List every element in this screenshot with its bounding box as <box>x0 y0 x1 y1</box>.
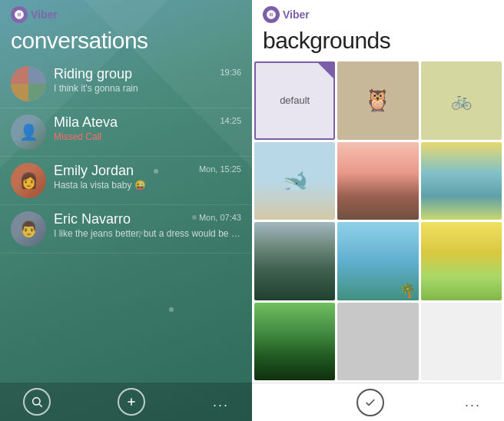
backgrounds-title: backgrounds <box>252 26 504 61</box>
background-item-pink-sunset[interactable] <box>337 142 418 220</box>
left-bottom-bar: ... <box>0 383 252 421</box>
right-header: Viber <box>252 0 504 26</box>
backgrounds-panel: Viber backgrounds default 🦉 🚲 🐋 <box>252 0 504 421</box>
conversations-title: conversations <box>0 26 252 60</box>
background-item-empty <box>421 303 502 381</box>
conversation-time: 14:25 <box>220 116 241 125</box>
conversations-list: Riding group I think it's gonna rain 19:… <box>0 60 252 383</box>
background-item-tropical[interactable]: 🌴 <box>337 222 418 300</box>
conversation-item[interactable]: 👤 Mila Ateva Missed Call 14:25 <box>0 108 252 157</box>
viber-logo: Viber <box>263 6 310 23</box>
background-item-default[interactable]: default <box>254 61 335 140</box>
sparkle-decoration <box>169 307 174 312</box>
conversation-time: Mon, 07:43 <box>199 213 241 222</box>
conversation-item[interactable]: 👨 Eric Navarro I like the jeans better, … <box>0 205 252 254</box>
backgrounds-grid: default 🦉 🚲 🐋 🌴 <box>252 61 504 383</box>
conversation-item[interactable]: Riding group I think it's gonna rain 19:… <box>0 60 252 108</box>
conversation-name: Mila Ateva <box>54 114 241 131</box>
conversation-name: Riding group <box>54 66 241 82</box>
conversation-item[interactable]: 👩 Emily Jordan Hasta la vista baby 😜 Mon… <box>0 157 252 205</box>
background-item-yellow[interactable] <box>421 222 502 300</box>
background-item-mountains[interactable] <box>254 222 335 300</box>
group-avatar <box>11 66 46 101</box>
conversations-panel: Viber conversations Riding group I think… <box>0 0 252 421</box>
conversation-time: 19:36 <box>220 68 241 77</box>
palm-icon: 🌴 <box>399 282 416 299</box>
avatar-face: 👨 <box>11 211 46 247</box>
background-item-seascape[interactable] <box>421 142 502 220</box>
bicycle-icon: 🚲 <box>451 91 472 111</box>
more-button[interactable]: ... <box>465 394 481 410</box>
background-item-gray[interactable] <box>337 303 418 381</box>
conversation-time: Mon, 15:25 <box>199 164 241 174</box>
viber-icon <box>263 6 280 23</box>
viber-label: Viber <box>31 8 58 21</box>
avatar-face: 👤 <box>11 114 46 150</box>
background-item-owl[interactable]: 🦉 <box>337 61 418 140</box>
background-item-whale[interactable]: 🐋 <box>254 142 335 220</box>
viber-logo: Viber <box>11 6 58 23</box>
search-button[interactable] <box>23 388 51 416</box>
svg-line-1 <box>39 404 42 407</box>
add-button[interactable] <box>118 388 145 416</box>
conversation-content: Riding group I think it's gonna rain <box>54 66 241 94</box>
background-item-green[interactable] <box>254 303 335 381</box>
viber-label: Viber <box>283 8 310 21</box>
background-item-bicycle[interactable]: 🚲 <box>421 61 502 140</box>
svg-point-0 <box>33 398 40 405</box>
right-bottom-bar: ... <box>252 383 504 421</box>
person-avatar: 👤 <box>11 114 46 150</box>
owl-icon: 🦉 <box>364 88 391 113</box>
avatar-face: 👩 <box>11 163 46 198</box>
more-button[interactable]: ... <box>213 394 229 410</box>
conversation-message: Hasta la vista baby 😜 <box>54 180 241 191</box>
conversation-message: I think it's gonna rain <box>54 83 241 94</box>
whale-icon: 🐋 <box>283 169 307 193</box>
conversation-message: Missed Call <box>54 131 241 142</box>
viber-icon <box>11 6 28 23</box>
conversation-message: I like the jeans better, but a dress wou… <box>54 228 241 239</box>
left-header: Viber <box>0 0 252 26</box>
default-label: default <box>280 94 310 106</box>
conversation-content: Mila Ateva Missed Call <box>54 114 241 142</box>
person-avatar: 👩 <box>11 163 46 198</box>
confirm-button[interactable] <box>356 389 384 416</box>
person-avatar: 👨 <box>11 211 46 247</box>
